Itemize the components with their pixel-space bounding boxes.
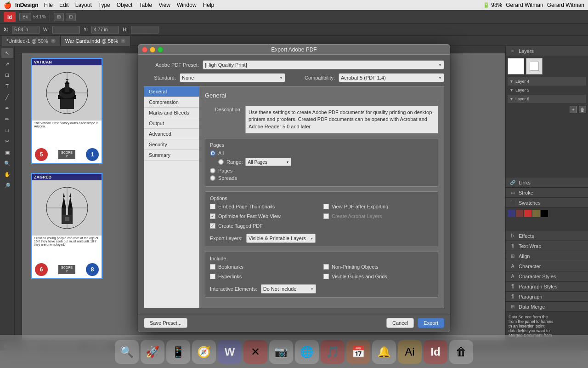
menu-file[interactable]: File <box>41 1 56 9</box>
sidebar-security[interactable]: Security <box>144 139 199 150</box>
radio-all-row: All <box>210 150 433 156</box>
export-button[interactable]: Export <box>418 318 444 328</box>
apple-menu[interactable]: 🍎 <box>4 1 11 9</box>
indesign-logo: Id <box>4 12 16 22</box>
x-input[interactable] <box>12 26 40 34</box>
pages-section: Pages All Range: All Pages ▼ <box>205 138 438 187</box>
visible-guides-row: Visible Guides and Grids <box>323 274 433 279</box>
view-pdf-label: View PDF after Exporting <box>332 204 388 209</box>
create-tagged-label: Create Tagged PDF <box>218 223 263 229</box>
y-input[interactable] <box>91 26 119 34</box>
embed-thumbnails-label: Embed Page Thumbnails <box>218 204 275 209</box>
w-input[interactable] <box>52 26 80 34</box>
preset-arrow-icon: ▼ <box>438 63 442 67</box>
radio-spreads-label: Spreads <box>218 175 237 181</box>
view-mode-btn[interactable]: ⊞ <box>54 13 64 21</box>
preset-select[interactable]: [High Quality Print] ▼ <box>203 60 444 69</box>
dock-launchpad[interactable]: 🚀 <box>141 340 164 364</box>
non-printing-checkbox[interactable] <box>323 264 329 270</box>
visible-guides-checkbox[interactable] <box>323 274 329 279</box>
description-row: Description: Use these settings to creat… <box>205 106 438 133</box>
optimize-checkbox[interactable] <box>210 213 215 219</box>
standard-arrow-icon: ▼ <box>279 76 283 80</box>
radio-spreads[interactable] <box>210 175 215 181</box>
dock-safari[interactable]: 🧭 <box>192 340 216 364</box>
interactive-select[interactable]: Do Not Include ▼ <box>261 284 316 293</box>
cancel-button[interactable]: Cancel <box>386 318 414 328</box>
standard-value: None <box>182 75 194 80</box>
dialog-sidebar: General Compression Marks and Bleeds Out… <box>144 86 199 308</box>
dock-trash[interactable]: 🗑 <box>449 340 473 364</box>
non-printing-row: Non-Printing Objects <box>323 264 433 270</box>
menu-help[interactable]: Help <box>200 1 217 9</box>
view-pdf-row: View PDF after Exporting <box>323 204 433 209</box>
interactive-label: Interactive Elements: <box>210 286 257 292</box>
dialog-footer: Save Preset... Cancel Export <box>138 314 450 332</box>
dock-photos[interactable]: 📷 <box>269 340 293 364</box>
dock-notification[interactable]: 🔔 <box>372 340 396 364</box>
export-layers-label: Export Layers: <box>210 236 243 241</box>
include-section: Include Bookmarks Non-Printing Objects <box>205 252 438 298</box>
visible-guides-label: Visible Guides and Grids <box>332 274 387 279</box>
options-section-title: Options <box>210 196 433 201</box>
sidebar-output[interactable]: Output <box>144 118 199 129</box>
standard-select[interactable]: None ▼ <box>180 73 285 82</box>
menu-table[interactable]: Table <box>136 1 155 9</box>
sidebar-general[interactable]: General <box>144 86 199 97</box>
bookmarks-checkbox[interactable] <box>210 264 215 270</box>
radio-all-label: All <box>218 150 224 156</box>
create-acrobat-label: Create Acrobat Layers <box>332 213 382 219</box>
dock-finder[interactable]: 🔍 <box>115 340 139 364</box>
create-tagged-checkbox[interactable] <box>210 223 215 229</box>
compatibility-select[interactable]: Acrobat 5 (PDF 1.4) ▼ <box>339 73 444 82</box>
optimize-row: Optimize for Fast Web View <box>210 213 320 219</box>
menu-layout[interactable]: Layout <box>73 1 95 9</box>
range-select[interactable]: All Pages ▼ <box>245 158 291 166</box>
radio-pages[interactable] <box>210 168 215 173</box>
radio-all[interactable] <box>210 150 215 156</box>
dialog-main-area: General Compression Marks and Bleeds Out… <box>144 86 444 308</box>
view-pdf-checkbox[interactable] <box>323 204 329 209</box>
create-acrobat-checkbox[interactable] <box>323 213 329 219</box>
dock-indesign[interactable]: Id <box>424 340 447 364</box>
dock-illustrator[interactable]: Ai <box>398 340 422 364</box>
menu-edit[interactable]: Edit <box>57 1 72 9</box>
clock: Gerard Witman <box>506 2 543 8</box>
description-value: Use these settings to create Adobe PDF d… <box>245 106 438 133</box>
dock-word[interactable]: W <box>218 340 242 364</box>
sidebar-marks-bleeds[interactable]: Marks and Bleeds <box>144 108 199 118</box>
dock-x[interactable]: ✕ <box>243 340 267 364</box>
embed-thumbnails-checkbox[interactable] <box>210 204 215 209</box>
h-input[interactable] <box>131 26 158 34</box>
toolbar-btn-1[interactable]: Bk <box>19 13 31 21</box>
save-preset-button[interactable]: Save Preset... <box>144 318 187 328</box>
maximize-btn[interactable] <box>158 47 163 52</box>
dock-calendar[interactable]: 📅 <box>346 340 370 364</box>
dock-maps[interactable]: 🌐 <box>295 340 319 364</box>
app-name[interactable]: InDesign <box>15 2 39 8</box>
hyperlinks-checkbox[interactable] <box>210 274 215 279</box>
export-layers-select[interactable]: Visible & Printable Layers ▼ <box>246 234 316 243</box>
zoom-field[interactable]: 58.1% <box>33 14 46 19</box>
range-value: All Pages <box>248 160 267 165</box>
x-label: X: <box>4 27 8 32</box>
interactive-value: Do Not Include <box>263 286 297 292</box>
menu-view[interactable]: View <box>156 1 173 9</box>
preset-label: Adobe PDF Preset: <box>144 62 199 68</box>
sidebar-compression[interactable]: Compression <box>144 97 199 108</box>
sidebar-advanced[interactable]: Advanced <box>144 129 199 139</box>
preset-value: [High Quality Print] <box>205 62 247 68</box>
dock-appstore[interactable]: 📱 <box>166 340 190 364</box>
section-title-general: General <box>205 92 438 101</box>
options-grid: Embed Page Thumbnails View PDF after Exp… <box>210 204 433 231</box>
menu-object[interactable]: Object <box>114 1 136 9</box>
menu-window[interactable]: Window <box>174 1 199 9</box>
transform-btn[interactable]: ⊡ <box>66 13 76 21</box>
close-btn[interactable] <box>142 47 147 52</box>
menu-type[interactable]: Type <box>96 1 113 9</box>
export-layers-arrow-icon: ▼ <box>310 237 313 240</box>
dock-music[interactable]: 🎵 <box>321 340 345 364</box>
sidebar-summary[interactable]: Summary <box>144 150 199 161</box>
minimize-btn[interactable] <box>150 47 155 52</box>
radio-range[interactable] <box>218 159 224 165</box>
